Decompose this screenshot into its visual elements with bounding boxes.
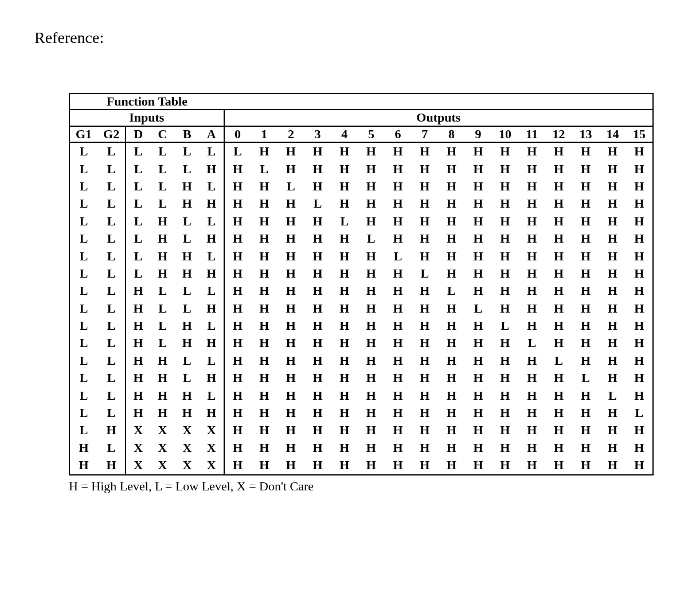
cell: H (175, 178, 200, 195)
cell: H (599, 265, 626, 282)
cell: H (358, 265, 385, 282)
table-row: LLLLHHHHHLHHHHHHHHHHHH (69, 195, 653, 212)
cell: H (626, 387, 653, 404)
cell: H (385, 369, 412, 387)
cell: H (150, 404, 175, 422)
cell: L (200, 352, 224, 369)
cell: H (518, 248, 545, 265)
cell: L (97, 248, 126, 265)
cell: H (545, 230, 572, 247)
cell: H (411, 142, 438, 160)
cell: H (126, 282, 150, 299)
cell: H (331, 422, 358, 439)
cell: H (465, 334, 492, 352)
cell: L (150, 317, 175, 334)
cell: H (304, 334, 331, 352)
cell: H (599, 352, 626, 369)
cell: L (200, 317, 224, 334)
col-header: 6 (385, 126, 412, 142)
cell: H (411, 439, 438, 457)
cell: H (438, 142, 465, 160)
cell: H (545, 142, 572, 160)
cell: L (175, 161, 200, 178)
cell: H (304, 230, 331, 247)
cell: H (175, 265, 200, 282)
cell: H (277, 161, 304, 178)
cell: H (572, 352, 599, 369)
cell: H (465, 404, 492, 422)
cell: L (385, 248, 412, 265)
cell: L (126, 195, 150, 212)
cell: H (224, 161, 251, 178)
col-header: 8 (438, 126, 465, 142)
cell: H (385, 439, 412, 457)
cell: H (251, 265, 277, 282)
cell: H (572, 265, 599, 282)
cell: H (491, 369, 518, 387)
cell: H (626, 334, 653, 352)
cell: L (150, 282, 175, 299)
cell: H (518, 282, 545, 299)
cell: L (126, 161, 150, 178)
cell: H (251, 213, 277, 230)
cell: H (626, 422, 653, 439)
cell: H (150, 352, 175, 369)
cell: H (331, 334, 358, 352)
cell: L (200, 142, 224, 160)
cell: H (545, 161, 572, 178)
cell: H (465, 230, 492, 247)
cell: H (251, 300, 277, 317)
cell: X (200, 457, 224, 474)
cell: L (626, 404, 653, 422)
cell: H (545, 334, 572, 352)
cell: L (126, 213, 150, 230)
cell: L (97, 230, 126, 247)
cell: H (304, 387, 331, 404)
cell: H (304, 265, 331, 282)
cell: X (150, 439, 175, 457)
cell: X (175, 457, 200, 474)
col-header: 3 (304, 126, 331, 142)
cell: L (304, 195, 331, 212)
cell: H (126, 352, 150, 369)
cell: H (331, 317, 358, 334)
cell: H (150, 213, 175, 230)
cell: H (545, 387, 572, 404)
cell: L (97, 213, 126, 230)
cell: L (175, 230, 200, 247)
cell: H (438, 369, 465, 387)
cell: H (304, 369, 331, 387)
cell: H (224, 334, 251, 352)
cell: H (277, 457, 304, 474)
table-row: LLLHLHHHHHHLHHHHHHHHHH (69, 230, 653, 247)
cell: H (518, 457, 545, 474)
cell: L (200, 248, 224, 265)
cell: H (97, 457, 126, 474)
table-row: LLHHLLHHHHHHHHHHHHLHHH (69, 352, 653, 369)
cell: H (150, 265, 175, 282)
cell: X (150, 422, 175, 439)
cell: H (331, 195, 358, 212)
cell: H (545, 248, 572, 265)
cell: L (97, 142, 126, 160)
cell: H (331, 161, 358, 178)
table-title: Function Table (69, 93, 224, 110)
table-row: LLLLLLLHHHHHHHHHHHHHHH (69, 142, 653, 160)
col-header: 5 (358, 126, 385, 142)
cell: H (518, 300, 545, 317)
cell: H (572, 230, 599, 247)
table-row: LLHLLHHHHHHHHHHLHHHHHH (69, 300, 653, 317)
cell: L (126, 230, 150, 247)
cell: H (385, 213, 412, 230)
cell: H (626, 230, 653, 247)
cell: L (251, 161, 277, 178)
cell: H (438, 178, 465, 195)
cell: H (69, 457, 97, 474)
cell: H (331, 439, 358, 457)
cell: H (626, 161, 653, 178)
cell: H (545, 178, 572, 195)
cell: H (545, 265, 572, 282)
cell: H (385, 230, 412, 247)
cell: H (572, 317, 599, 334)
cell: H (518, 387, 545, 404)
